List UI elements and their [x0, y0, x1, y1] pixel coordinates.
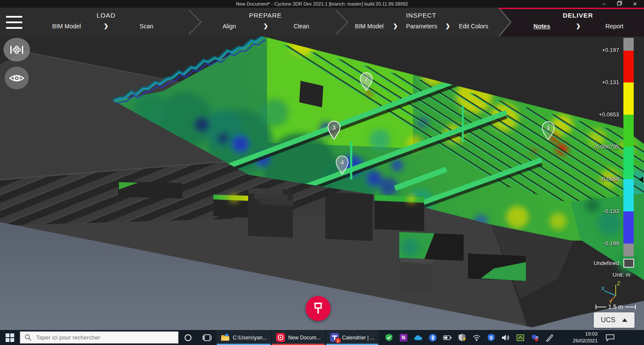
onenote-icon[interactable]: N — [399, 333, 408, 342]
axis-z-label: Z — [617, 280, 620, 287]
color-scale-legend — [623, 38, 634, 256]
ribbon-section-title-load: LOAD — [97, 12, 115, 19]
legend-segment — [623, 51, 634, 82]
volume-icon[interactable] — [501, 333, 510, 342]
chevron-right-icon: ❯ — [104, 23, 109, 29]
task-view-icon — [202, 334, 212, 342]
scale-bar: 1.5 m — [595, 303, 636, 311]
legend-tick-label: -0.0668 — [568, 176, 619, 182]
s-shield-icon[interactable]: S — [487, 333, 495, 342]
rotation-center-icon — [8, 43, 25, 57]
ribbon-item-deliver-report[interactable]: Report — [605, 23, 623, 30]
legend-tick-label: -0.199 — [568, 240, 619, 247]
chevron-right-icon: ❯ — [393, 23, 398, 29]
legend-tick-label: -0.000735 — [568, 143, 619, 150]
task-view-button[interactable] — [197, 330, 216, 345]
chevron-right-icon: ❯ — [446, 23, 450, 29]
pen-icon[interactable] — [545, 333, 554, 342]
legend-tick-label: +0.0653 — [568, 111, 619, 118]
rotation-center-button[interactable] — [3, 38, 30, 61]
start-button[interactable] — [0, 330, 20, 345]
legend-undefined-label: Undefined — [568, 260, 619, 266]
onedrive-cloud-icon[interactable] — [414, 333, 422, 342]
ribbon-item-load-scan[interactable]: Scan — [140, 23, 153, 30]
visibility-button[interactable] — [5, 67, 29, 89]
ribbon-item-prepare-align[interactable]: Align — [222, 23, 236, 30]
minimize-button[interactable]: – — [599, 0, 609, 8]
wifi-icon[interactable] — [472, 333, 481, 342]
battery-icon[interactable] — [443, 333, 452, 342]
legend-segment — [623, 179, 634, 211]
unit-label: Unit: m — [613, 272, 630, 278]
legend-segment — [623, 211, 634, 244]
window-controls: – × — [599, 0, 642, 8]
legend-slider-arrow-icon[interactable] — [639, 177, 643, 183]
cortana-icon — [184, 333, 192, 342]
annotation-label: 1 — [547, 124, 550, 131]
taskbar-app-label: Calendrier | ... — [342, 335, 374, 341]
menu-button[interactable] — [6, 16, 22, 29]
chevron-right-icon: ❯ — [576, 23, 581, 29]
windows-logo-icon — [6, 333, 14, 342]
ucs-label: UCS — [601, 316, 616, 324]
clock-time: 19:03 — [564, 331, 598, 338]
taskbar-app-file-explorer[interactable]: C:\Users\yan... — [216, 330, 271, 345]
taskbar-app-teams-calendar[interactable]: 1 Calendrier | ... — [326, 330, 379, 345]
chevron-up-icon — [622, 318, 627, 322]
ribbon-section-title-prepare: PREPARE — [249, 12, 282, 19]
defender-warning-icon[interactable] — [458, 333, 466, 342]
ribbon-item-load-bim-model[interactable]: BIM Model — [52, 23, 81, 30]
ribbon-item-prepare-clean[interactable]: Clean — [294, 23, 310, 30]
ribbon-item-deliver-notes[interactable]: Notes — [534, 23, 550, 30]
scale-bar-label: 1.5 m — [608, 303, 623, 310]
windows-taskbar: C:\Users\yan... New Docum... 1 Calendrie — [0, 330, 644, 345]
legend-segment — [623, 115, 634, 147]
axis-triad: Z X Y — [599, 279, 630, 304]
action-center-icon — [605, 334, 615, 342]
legend-undefined-swatch — [623, 259, 634, 268]
restore-button[interactable] — [615, 0, 624, 8]
eye-icon — [9, 73, 25, 84]
legend-tick-label: +0.131 — [568, 79, 619, 85]
ribbon-item-inspect-bim-model[interactable]: BIM Model — [355, 23, 384, 30]
annotation-label: 2 — [365, 75, 368, 82]
pushpin-icon — [312, 302, 325, 315]
legend-segment — [623, 82, 634, 115]
action-center-button[interactable] — [600, 330, 620, 345]
system-tray: N S — [385, 333, 554, 342]
taskbar-app-cyclone-3dr[interactable]: New Docum... — [272, 330, 325, 345]
add-note-pin-button[interactable] — [306, 296, 331, 321]
workflow-ribbon: LOAD BIM Model ❯ Scan PREPARE Align ❯ Cl… — [0, 8, 644, 37]
security-shield-check-icon[interactable] — [385, 333, 393, 342]
legend-segment — [623, 244, 634, 256]
folder-icon — [221, 333, 230, 342]
search-input[interactable] — [35, 334, 161, 341]
application-window: New Document* - Cyclone 3DR Dev 2021.1 [… — [0, 0, 644, 345]
clock-date: 25/02/2021 — [564, 338, 598, 345]
legend-segment — [623, 147, 634, 179]
taskbar-app-label: C:\Users\yan... — [233, 335, 267, 341]
taskbar-app-label: New Docum... — [288, 335, 320, 341]
annotation-label: 4 — [340, 159, 344, 166]
restore-icon — [617, 1, 622, 6]
legend-tick-label: -0.133 — [568, 208, 619, 214]
ucs-button[interactable]: UCS — [594, 312, 635, 328]
screen-capture-icon[interactable] — [516, 333, 525, 342]
ribbon-item-inspect-parameters[interactable]: Parameters — [406, 23, 437, 30]
close-button[interactable]: × — [630, 0, 640, 8]
teams-status-icon[interactable] — [531, 333, 539, 342]
3d-viewport[interactable]: 1 2 3 4 — [0, 37, 644, 330]
window-title: New Document* - Cyclone 3DR Dev 2021.1 [… — [236, 1, 408, 6]
search-icon — [24, 334, 32, 341]
taskbar-clock[interactable]: 19:03 25/02/2021 — [564, 331, 598, 344]
title-bar: New Document* - Cyclone 3DR Dev 2021.1 [… — [0, 0, 644, 8]
ribbon-section-title-deliver: DELIVER — [563, 12, 593, 19]
notification-badge: 1 — [335, 337, 341, 344]
ribbon-item-inspect-edit-colors[interactable]: Edit Colors — [459, 23, 488, 30]
taskbar-search[interactable] — [20, 331, 179, 344]
annotation-label: 3 — [332, 124, 336, 131]
legend-segment — [623, 38, 634, 51]
cortana-button[interactable] — [179, 330, 197, 345]
bluetooth-icon[interactable] — [428, 333, 437, 342]
chevron-right-icon: ❯ — [264, 23, 268, 29]
